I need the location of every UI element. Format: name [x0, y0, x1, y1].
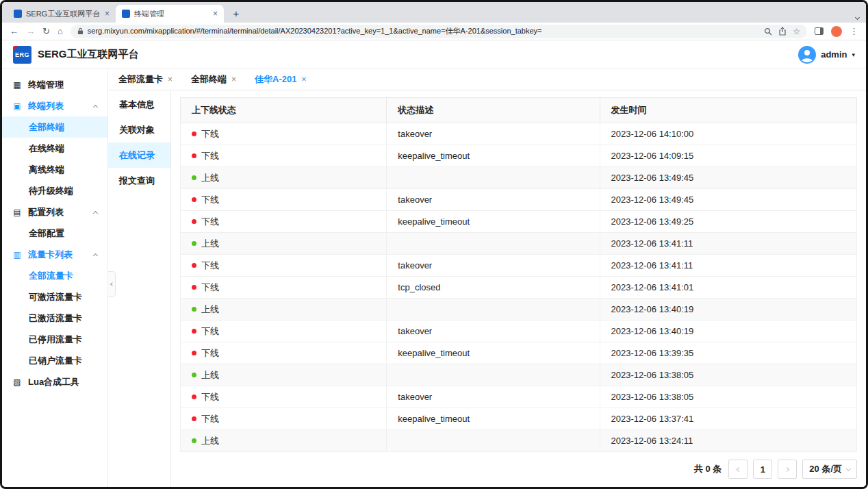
workspace-tab[interactable]: 佳华A-201×	[255, 73, 306, 86]
status-cell: 下线	[181, 342, 387, 364]
sidebar-item[interactable]: 全部流量卡	[2, 265, 107, 286]
sidebar-item-leaf[interactable]: ▧Lua合成工具	[2, 371, 107, 392]
status-label: 下线	[201, 195, 219, 205]
time-cell: 2023-12-06 14:09:15	[600, 145, 856, 167]
user-menu[interactable]: admin ▾	[798, 46, 855, 64]
sidebar-item[interactable]: 可激活流量卡	[2, 286, 107, 308]
total-count: 共 0 条	[694, 463, 722, 475]
column-header: 状态描述	[387, 98, 600, 123]
offline-status-dot-icon	[192, 394, 196, 399]
sidebar: ▦ 终端管理 ▣终端列表全部终端在线终端离线终端待升级终端▤配置列表全部配置▥流…	[2, 69, 108, 487]
detail-nav-item[interactable]: 在线记录	[108, 142, 170, 168]
workspace-tab[interactable]: 全部流量卡×	[118, 73, 173, 86]
status-cell: 下线	[181, 189, 387, 211]
sidebar-item[interactable]: 在线终端	[2, 138, 107, 159]
tab-close-icon[interactable]: ×	[213, 9, 218, 18]
time-cell: 2023-12-06 13:49:45	[600, 167, 856, 189]
zoom-icon[interactable]	[764, 27, 772, 36]
status-label: 上线	[201, 304, 219, 314]
time-cell: 2023-12-06 13:24:11	[600, 430, 856, 452]
sidebar-item[interactable]: 已停用流量卡	[2, 329, 107, 350]
online-status-dot-icon	[192, 307, 196, 312]
sidebar-item[interactable]: 已激活流量卡	[2, 308, 107, 329]
status-label: 下线	[201, 129, 219, 139]
home-icon[interactable]: ⌂	[58, 27, 63, 36]
tab-close-icon[interactable]: ×	[105, 9, 110, 18]
status-label: 下线	[201, 326, 219, 336]
detail-nav-item[interactable]: 基本信息	[108, 92, 170, 117]
page-number-button[interactable]: 1	[753, 460, 772, 479]
table-row: 上线2023-12-06 13:24:11	[181, 430, 857, 452]
offline-status-dot-icon	[192, 329, 196, 334]
time-cell: 2023-12-06 13:38:05	[600, 364, 856, 386]
close-icon[interactable]: ×	[301, 75, 306, 84]
lock-icon	[77, 27, 84, 35]
status-cell: 下线	[181, 408, 387, 430]
workspace-tab[interactable]: 全部终端×	[191, 73, 236, 86]
offline-status-dot-icon	[192, 131, 196, 136]
browser-tab[interactable]: SERG工业互联网平台 ×	[8, 5, 116, 23]
sidebar-group-header[interactable]: ▤配置列表	[2, 201, 107, 223]
offline-status-dot-icon	[192, 263, 196, 268]
sidebar-group-header[interactable]: ▥流量卡列表	[2, 244, 107, 265]
page-size-select[interactable]: 20 条/页	[802, 460, 857, 479]
browser-toolbar: ← → ↻ ⌂ serg.mixyun.com/mixapplication/#…	[2, 23, 866, 40]
sidebar-group-header[interactable]: ▣终端列表	[2, 95, 107, 116]
status-label: 上线	[201, 238, 219, 249]
table-row: 下线takeover2023-12-06 13:38:05	[181, 386, 857, 408]
browser-tab-active[interactable]: 终端管理 ×	[116, 5, 224, 23]
desc-cell	[387, 233, 600, 255]
back-icon[interactable]: ←	[10, 27, 18, 36]
time-cell: 2023-12-06 13:41:11	[600, 255, 856, 277]
sidebar-item[interactable]: 全部配置	[2, 223, 107, 244]
terminal-list-icon: ▣	[12, 101, 22, 111]
table-row: 下线keepalive_timeout2023-12-06 13:39:35	[181, 342, 857, 364]
reload-icon[interactable]: ↻	[42, 27, 50, 36]
status-label: 下线	[201, 348, 219, 358]
close-icon[interactable]: ×	[168, 75, 173, 84]
status-cell: 上线	[181, 364, 387, 386]
sidebar-item[interactable]: 待升级终端	[2, 180, 107, 201]
sidebar-item[interactable]: 离线终端	[2, 159, 107, 180]
status-cell: 上线	[181, 299, 387, 321]
tabstrip-chevron-icon[interactable]	[856, 10, 859, 22]
detail-nav-item[interactable]: 报文查询	[108, 168, 170, 193]
workspace-tab-label: 全部终端	[191, 73, 227, 86]
sidebar-title-label: 终端管理	[28, 79, 64, 91]
site-favicon	[14, 10, 22, 18]
detail-nav-item[interactable]: 关联对象	[108, 117, 170, 142]
offline-status-dot-icon	[192, 285, 196, 290]
time-cell: 2023-12-06 13:37:41	[600, 408, 856, 430]
share-icon[interactable]	[778, 27, 787, 36]
close-icon[interactable]: ×	[231, 75, 236, 84]
new-tab-button[interactable]: +	[228, 5, 244, 21]
time-cell: 2023-12-06 13:40:19	[600, 299, 856, 321]
menu-kebab-icon[interactable]: ⋮	[850, 27, 858, 36]
sidebar-menu: ▣终端列表全部终端在线终端离线终端待升级终端▤配置列表全部配置▥流量卡列表全部流…	[2, 95, 107, 392]
sidebar-collapse-handle[interactable]	[108, 271, 116, 297]
time-cell: 2023-12-06 14:10:00	[600, 123, 856, 145]
time-cell: 2023-12-06 13:38:05	[600, 386, 856, 408]
address-bar[interactable]: serg.mixyun.com/mixapplication/#/termina…	[71, 25, 807, 38]
table-row: 上线2023-12-06 13:49:45	[181, 167, 857, 189]
profile-avatar[interactable]	[831, 26, 842, 37]
status-cell: 下线	[181, 277, 387, 299]
sidebar-item[interactable]: 已销户流量卡	[2, 350, 107, 371]
forward-icon[interactable]: →	[26, 27, 35, 36]
table-row: 下线keepalive_timeout2023-12-06 13:49:25	[181, 211, 857, 233]
prev-page-button[interactable]	[728, 460, 748, 479]
offline-status-dot-icon	[192, 351, 196, 355]
time-cell: 2023-12-06 13:49:45	[600, 189, 856, 211]
bookmark-star-icon[interactable]: ☆	[793, 27, 800, 36]
sidebar-item[interactable]: 全部终端	[2, 116, 107, 138]
status-label: 上线	[201, 173, 219, 183]
lua-tool-icon: ▧	[12, 377, 22, 387]
next-page-button[interactable]	[778, 460, 797, 479]
side-panel-icon[interactable]	[815, 27, 824, 35]
desc-cell	[387, 299, 600, 321]
offline-status-dot-icon	[192, 219, 196, 224]
site-favicon	[122, 10, 130, 18]
sidebar-group-label: 配置列表	[28, 206, 88, 218]
status-cell: 下线	[181, 211, 387, 233]
page-body: ▦ 终端管理 ▣终端列表全部终端在线终端离线终端待升级终端▤配置列表全部配置▥流…	[2, 69, 866, 487]
